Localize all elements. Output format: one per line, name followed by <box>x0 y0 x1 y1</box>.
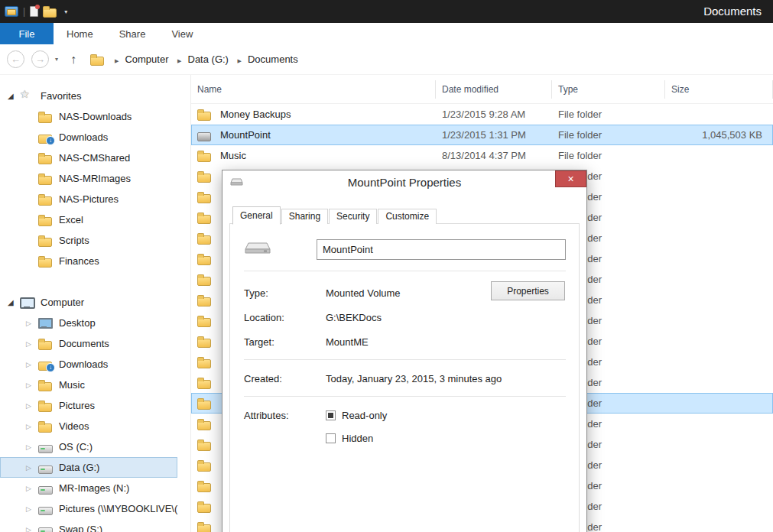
dialog-tab[interactable]: Customize <box>378 209 437 224</box>
location-row: Location: G:\BEKDocs <box>244 310 565 324</box>
folder-icon <box>197 501 214 513</box>
sidebar-item[interactable]: Pictures (\\MYBOOKLIVE\( <box>0 498 177 519</box>
sidebar-item[interactable]: Desktop <box>0 313 177 333</box>
sidebar-item[interactable]: Finances <box>0 251 177 271</box>
new-folder-icon[interactable] <box>43 5 60 18</box>
drive-icon <box>38 441 55 453</box>
sidebar-item[interactable]: Scripts <box>0 230 177 251</box>
dialog-tab[interactable]: General <box>232 206 281 225</box>
dialog-title: MountPoint Properties <box>222 176 586 189</box>
folder-icon <box>38 111 55 123</box>
file-row[interactable]: Music 8/13/2014 4:37 PM File folder <box>191 145 773 166</box>
properties-icon[interactable] <box>30 6 38 17</box>
sidebar-item[interactable]: Videos <box>0 416 177 436</box>
name-input[interactable] <box>317 239 566 260</box>
sidebar-item[interactable]: NAS-MRImages <box>0 168 177 189</box>
chevron-down-icon[interactable]: ▾ <box>64 8 67 15</box>
folder-icon <box>197 109 214 121</box>
expander-icon[interactable] <box>26 423 38 430</box>
file-size: 1,045,503 KB <box>665 129 773 141</box>
properties-button[interactable]: Properties <box>491 281 565 300</box>
breadcrumb-chevron-icon[interactable]: ▶ <box>232 58 248 63</box>
explorer-icon[interactable] <box>5 6 18 17</box>
close-button[interactable]: × <box>555 170 586 187</box>
expander-icon[interactable] <box>26 443 38 451</box>
download-icon <box>38 358 55 371</box>
breadcrumb-chevron-icon[interactable]: ▶ <box>171 58 187 63</box>
dialog-tabs: General Sharing Security Customize <box>232 206 437 224</box>
folder-icon <box>197 212 214 224</box>
navigation-pane: Favorites NAS-Downloads Downloads <box>0 75 191 532</box>
expander-icon[interactable] <box>26 361 38 368</box>
file-row[interactable]: Money Backups 1/23/2015 9:28 AM File fol… <box>191 104 773 125</box>
sidebar-item[interactable]: Music <box>0 375 177 395</box>
sidebar-item[interactable]: Pictures <box>0 395 177 416</box>
expander-icon[interactable] <box>26 464 38 472</box>
checkbox-label: Hidden <box>342 433 373 444</box>
breadcrumb-chevron-icon[interactable]: ▶ <box>109 58 125 63</box>
sidebar-section-computer[interactable]: Computer <box>0 292 177 313</box>
expander-icon[interactable] <box>8 92 20 100</box>
forward-button[interactable]: → <box>31 50 49 68</box>
sidebar-item[interactable]: MR-Images (N:) <box>0 478 177 498</box>
location-folder-icon <box>90 54 107 66</box>
sidebar-item[interactable]: NAS-Pictures <box>0 189 177 209</box>
mounted-volume-icon <box>244 239 271 258</box>
hidden-checkbox[interactable] <box>326 433 336 443</box>
file-row[interactable]: MountPoint 1/23/2015 1:31 PM File folder… <box>191 125 773 145</box>
folder-icon <box>197 521 214 532</box>
folder-icon <box>197 253 214 265</box>
general-tab-page: Type: Mounted Volume Properties Location… <box>229 223 580 532</box>
expander-icon[interactable] <box>26 381 38 389</box>
expander-icon[interactable] <box>26 505 38 513</box>
folder-icon <box>197 315 214 327</box>
column-header[interactable]: Size <box>665 80 773 99</box>
tab-share[interactable]: Share <box>106 23 159 44</box>
sidebar-item[interactable]: Downloads <box>0 354 177 375</box>
readonly-checkbox[interactable] <box>326 410 336 420</box>
sidebar-item[interactable]: NAS-CMShared <box>0 148 177 168</box>
separator <box>244 271 566 271</box>
expander-icon[interactable] <box>26 340 38 348</box>
folder-icon <box>197 336 214 348</box>
up-button[interactable]: ↑ <box>70 53 76 66</box>
sidebar-item[interactable]: Documents <box>0 333 177 354</box>
sidebar-item[interactable]: Data (G:) <box>0 457 177 478</box>
expander-icon[interactable] <box>8 298 20 307</box>
breadcrumb-segment[interactable]: Data (G:) <box>188 54 229 65</box>
column-header[interactable]: Type <box>552 80 665 99</box>
expander-icon[interactable] <box>26 485 38 492</box>
separator <box>244 396 566 397</box>
expander-icon[interactable] <box>26 526 38 532</box>
field-label: Target: <box>244 336 326 348</box>
mount-icon <box>197 129 214 141</box>
folder-icon <box>197 191 214 203</box>
dialog-tab[interactable]: Sharing <box>281 209 328 224</box>
history-dropdown-icon[interactable]: ▾ <box>55 56 58 63</box>
created-row: Created: Today, January 23, 2015, 3 minu… <box>244 371 565 385</box>
sidebar-section-favorites[interactable]: Favorites <box>0 86 177 106</box>
field-value: MountME <box>326 336 369 348</box>
quick-access-toolbar: | ▾ <box>0 5 67 18</box>
sidebar-item[interactable]: Downloads <box>0 127 177 148</box>
column-header[interactable]: Date modified <box>436 80 552 99</box>
tab-view[interactable]: View <box>158 23 206 44</box>
folder-icon <box>197 294 214 307</box>
expander-icon[interactable] <box>26 320 38 327</box>
folder-icon <box>38 173 55 185</box>
desktop-icon <box>38 317 55 329</box>
folder-icon <box>197 439 214 451</box>
tab-file[interactable]: File <box>0 23 54 44</box>
expander-icon[interactable] <box>26 402 38 410</box>
dialog-tab[interactable]: Security <box>329 209 377 224</box>
sidebar-item[interactable]: NAS-Downloads <box>0 106 177 127</box>
column-header[interactable]: Name <box>191 80 436 99</box>
sidebar-item[interactable]: Excel <box>0 209 177 230</box>
tab-home[interactable]: Home <box>54 23 106 44</box>
breadcrumb-segment[interactable]: Computer <box>125 54 168 65</box>
sidebar-item[interactable]: Swap (S:) <box>0 519 177 532</box>
breadcrumb-segment[interactable]: Documents <box>248 54 298 65</box>
explorer-window: | ▾ Documents File Home Share View ← → ▾… <box>0 0 773 532</box>
sidebar-item[interactable]: OS (C:) <box>0 436 177 457</box>
back-button[interactable]: ← <box>7 50 24 68</box>
